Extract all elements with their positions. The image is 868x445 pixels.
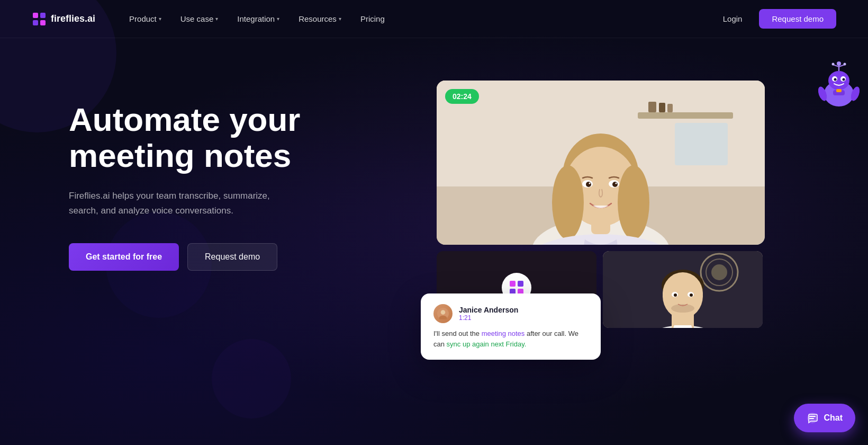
nav-actions: Login Request demo xyxy=(715,9,836,29)
request-demo-nav-button[interactable]: Request demo xyxy=(759,9,836,29)
svg-point-39 xyxy=(616,183,617,184)
svg-rect-25 xyxy=(667,104,673,112)
chat-person-name: Janice Anderson xyxy=(459,306,518,314)
navbar: fireflies.ai Product ▾ Use case ▾ Integr… xyxy=(0,0,868,38)
chevron-down-icon: ▾ xyxy=(277,16,279,22)
video-main-panel: 02:24 xyxy=(437,81,765,245)
video-person-2-panel xyxy=(603,251,763,328)
svg-point-36 xyxy=(586,182,591,187)
chat-widget[interactable]: Chat xyxy=(794,404,855,432)
nav-item-pricing[interactable]: Pricing xyxy=(352,10,393,28)
chevron-down-icon: ▾ xyxy=(215,16,218,22)
video-container: 02:24 xyxy=(437,81,765,328)
hero-title: Automate your meeting notes xyxy=(69,102,344,174)
chat-avatar xyxy=(433,304,453,323)
svg-rect-44 xyxy=(510,281,516,287)
svg-point-51 xyxy=(711,264,727,280)
svg-rect-23 xyxy=(648,102,656,112)
timer-badge: 02:24 xyxy=(445,89,479,104)
chat-bubble: Janice Anderson 1:21 I'll send out the m… xyxy=(421,293,601,360)
svg-point-11 xyxy=(837,61,841,66)
logo-link[interactable]: fireflies.ai xyxy=(32,12,95,26)
svg-rect-45 xyxy=(518,281,523,287)
video-person-1 xyxy=(437,81,765,245)
svg-rect-0 xyxy=(33,13,38,18)
svg-point-8 xyxy=(834,78,837,81)
hero-section: Automate your meeting notes Fireflies.ai… xyxy=(0,38,868,445)
nav-item-resources[interactable]: Resources ▾ xyxy=(290,10,350,28)
chevron-down-icon: ▾ xyxy=(159,16,161,22)
svg-point-15 xyxy=(844,63,846,66)
svg-point-37 xyxy=(612,182,618,187)
svg-rect-3 xyxy=(40,20,46,25)
svg-point-60 xyxy=(690,293,693,297)
hero-buttons: Get started for free Request demo xyxy=(69,243,344,271)
svg-rect-1 xyxy=(40,13,46,18)
chevron-down-icon: ▾ xyxy=(339,16,341,22)
get-started-button[interactable]: Get started for free xyxy=(69,243,179,271)
logo-text: fireflies.ai xyxy=(51,13,95,24)
login-button[interactable]: Login xyxy=(715,10,751,28)
svg-point-9 xyxy=(843,78,845,81)
chat-message: I'll send out the meeting notes after ou… xyxy=(433,328,588,349)
svg-point-38 xyxy=(589,183,591,184)
chat-bubble-header: Janice Anderson 1:21 xyxy=(433,304,588,323)
chat-info: Janice Anderson 1:21 xyxy=(459,306,518,322)
chat-timestamp: 1:21 xyxy=(459,314,518,322)
chat-widget-icon xyxy=(807,412,818,424)
video-person-2-bg xyxy=(603,251,763,328)
svg-rect-2 xyxy=(33,20,38,25)
svg-point-42 xyxy=(441,310,446,315)
svg-point-14 xyxy=(832,63,835,66)
svg-point-59 xyxy=(674,293,677,297)
nav-item-usecase[interactable]: Use case ▾ xyxy=(172,10,227,28)
chat-widget-label: Chat xyxy=(824,413,843,423)
svg-point-32 xyxy=(552,165,584,239)
nav-item-product[interactable]: Product ▾ xyxy=(121,10,170,28)
nav-links: Product ▾ Use case ▾ Integration ▾ Resou… xyxy=(121,10,715,28)
request-demo-hero-button[interactable]: Request demo xyxy=(187,243,277,271)
hero-subtitle: Fireflies.ai helps your team transcribe,… xyxy=(69,189,302,217)
hero-right: 02:24 xyxy=(344,81,836,328)
svg-rect-22 xyxy=(638,112,733,119)
svg-point-5 xyxy=(828,71,849,90)
svg-point-33 xyxy=(618,165,649,239)
svg-rect-19 xyxy=(836,89,842,92)
logo-icon xyxy=(32,12,47,26)
robot-mascot xyxy=(810,59,868,118)
svg-rect-26 xyxy=(675,123,728,165)
hero-left: Automate your meeting notes Fireflies.ai… xyxy=(69,81,344,271)
svg-rect-24 xyxy=(659,103,665,112)
nav-item-integration[interactable]: Integration ▾ xyxy=(229,10,288,28)
